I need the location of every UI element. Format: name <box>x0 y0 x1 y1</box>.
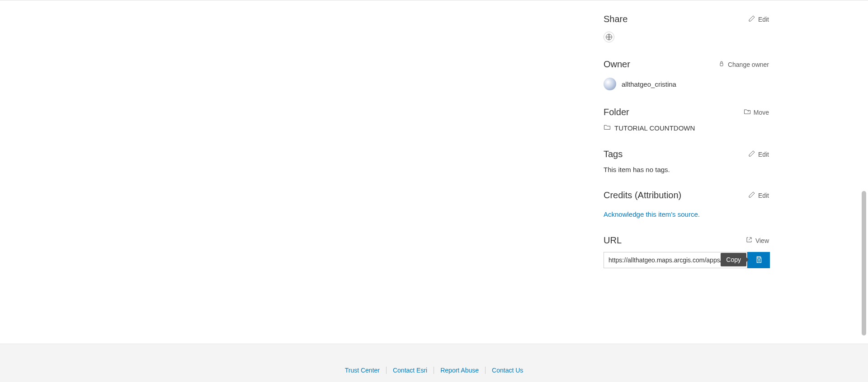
pencil-icon <box>748 191 755 200</box>
folder-section: Folder Move TUTORIA <box>604 106 770 132</box>
edit-share-button[interactable]: Edit <box>747 13 770 25</box>
copy-icon <box>755 256 763 265</box>
edit-credits-label: Edit <box>758 192 769 199</box>
edit-share-label: Edit <box>758 16 769 23</box>
svg-rect-2 <box>757 258 761 262</box>
url-title: URL <box>604 235 622 246</box>
svg-rect-1 <box>720 63 723 66</box>
copy-url-button[interactable] <box>747 252 770 268</box>
url-input[interactable] <box>604 252 747 268</box>
external-link-icon <box>745 236 753 245</box>
tags-title: Tags <box>604 149 623 159</box>
owner-avatar <box>604 78 616 90</box>
view-url-label: View <box>755 237 769 244</box>
move-icon <box>744 108 751 116</box>
owner-title: Owner <box>604 59 630 70</box>
tags-empty-text: This item has no tags. <box>604 166 770 173</box>
owner-section: Owner Change owner allthatgeo_cristina <box>604 58 770 90</box>
item-details-sidebar: Share Edit Owner <box>604 0 770 268</box>
view-url-button[interactable]: View <box>745 234 770 247</box>
change-owner-label: Change owner <box>728 61 769 68</box>
footer-link-contact-esri[interactable]: Contact Esri <box>387 367 434 374</box>
scrollbar-thumb[interactable] <box>862 191 866 335</box>
edit-credits-button[interactable]: Edit <box>747 189 770 201</box>
folder-icon <box>604 124 611 132</box>
footer-link-report-abuse[interactable]: Report Abuse <box>434 367 485 374</box>
credits-section: Credits (Attribution) Edit Acknowledge t… <box>604 189 770 219</box>
move-folder-label: Move <box>754 109 769 116</box>
url-section: URL View Copy <box>604 234 770 268</box>
edit-tags-button[interactable]: Edit <box>747 148 770 160</box>
footer-link-trust-center[interactable]: Trust Center <box>339 367 386 374</box>
share-title: Share <box>604 14 627 24</box>
credits-title: Credits (Attribution) <box>604 190 681 200</box>
move-folder-button[interactable]: Move <box>743 106 770 118</box>
pencil-icon <box>748 150 755 158</box>
share-public-icon[interactable] <box>604 32 614 42</box>
folder-title: Folder <box>604 107 629 117</box>
footer-links: Trust Center Contact Esri Report Abuse C… <box>339 367 530 374</box>
folder-name: TUTORIAL COUNTDOWN <box>614 124 695 132</box>
share-section: Share Edit <box>604 13 770 42</box>
edit-tags-label: Edit <box>758 151 769 158</box>
owner-name: allthatgeo_cristina <box>622 80 676 88</box>
acknowledge-source-link[interactable]: Acknowledge this item's source. <box>604 210 700 218</box>
page-footer: Trust Center Contact Esri Report Abuse C… <box>0 344 868 382</box>
change-owner-button[interactable]: Change owner <box>717 58 770 70</box>
tags-section: Tags Edit This item has no tags. <box>604 148 770 173</box>
owner-change-icon <box>718 60 725 69</box>
pencil-icon <box>748 15 755 23</box>
vertical-scrollbar[interactable] <box>861 1 867 381</box>
footer-link-contact-us[interactable]: Contact Us <box>486 367 529 374</box>
